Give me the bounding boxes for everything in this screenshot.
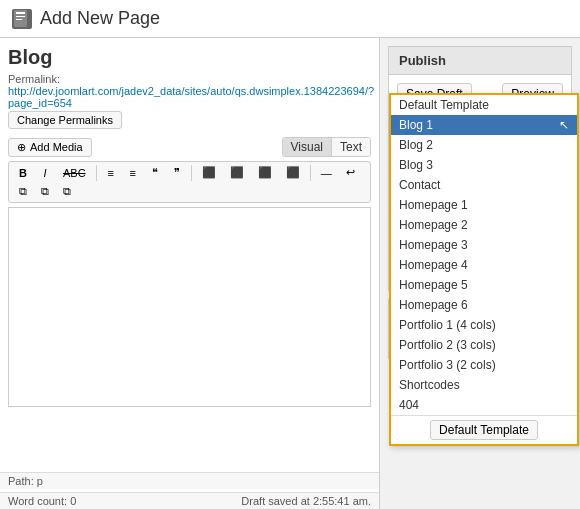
tab-text[interactable]: Text [332,138,370,156]
publish-box-content: Save Draft Preview Status: Draft Edit Vi… [389,75,571,290]
format-undo[interactable]: ↩ [340,164,361,181]
format-ul[interactable]: ≡ [101,165,121,181]
format-strikethrough[interactable]: ABC [57,165,92,181]
word-count-row: Word count: 0 Draft saved at 2:55:41 am. [0,492,379,509]
format-divider-2 [191,165,192,181]
dropdown-item-404[interactable]: 404 [391,395,577,415]
editor-textarea[interactable] [8,207,371,407]
dropdown-item-homepage3[interactable]: Homepage 3 [391,235,577,255]
format-blockquote[interactable]: ❝ [145,164,165,181]
tab-visual[interactable]: Visual [283,138,332,156]
format-hr[interactable]: — [315,165,338,181]
format-table[interactable]: ⧉ [13,183,33,200]
dropdown-item-homepage4[interactable]: Homepage 4 [391,255,577,275]
editor-panel: Blog Permalink: http://dev.joomlart.com/… [0,38,380,509]
svg-rect-2 [16,16,25,17]
post-title-display: Blog [8,46,371,69]
template-dropdown-overlay: Default Template Blog 1 ↖ Blog 2 Blog 3 … [389,93,579,446]
path-row: Path: p [0,472,379,489]
format-align-right[interactable]: ⬛ [252,164,278,181]
format-align-left[interactable]: ⬛ [196,164,222,181]
right-panel: Publish Save Draft Preview Status: Draft… [380,38,580,509]
dropdown-item-shortcodes[interactable]: Shortcodes [391,375,577,395]
format-toolbar: B I ABC ≡ ≡ ❝ ❞ ⬛ ⬛ ⬛ ⬛ — ↩ ⧉ ⧉ ⧉ [8,161,371,203]
format-ol[interactable]: ≡ [123,165,143,181]
view-tabs: Visual Text [282,137,371,157]
draft-saved-label: Draft saved at 2:55:41 am. [241,495,371,507]
publish-box: Publish Save Draft Preview Status: Draft… [388,46,572,291]
add-media-button[interactable]: ⊕ Add Media [8,138,92,157]
path-label: Path: p [8,475,43,487]
format-blockquote2[interactable]: ❞ [167,164,187,181]
word-count-label: Word count: 0 [8,495,76,507]
dropdown-item-blog2[interactable]: Blog 2 [391,135,577,155]
svg-rect-1 [16,12,25,14]
add-media-label: Add Media [30,141,83,153]
format-divider-3 [310,165,311,181]
publish-box-title: Publish [389,47,571,75]
dropdown-item-homepage5[interactable]: Homepage 5 [391,275,577,295]
format-image[interactable]: ⧉ [35,183,55,200]
page-icon [12,9,32,29]
format-bold[interactable]: B [13,165,33,181]
toolbar-row: ⊕ Add Media Visual Text [8,137,371,157]
svg-rect-3 [16,19,22,20]
dropdown-item-homepage1[interactable]: Homepage 1 [391,195,577,215]
dropdown-item-portfolio1[interactable]: Portfolio 1 (4 cols) [391,315,577,335]
dropdown-item-contact[interactable]: Contact [391,175,577,195]
format-more[interactable]: ⧉ [57,183,77,200]
format-italic[interactable]: I [35,165,55,181]
cursor-icon: ↖ [559,118,569,132]
dropdown-item-portfolio2[interactable]: Portfolio 2 (3 cols) [391,335,577,355]
dropdown-item-blog3[interactable]: Blog 3 [391,155,577,175]
dropdown-item-homepage2[interactable]: Homepage 2 [391,215,577,235]
dropdown-item-default[interactable]: Default Template [391,95,577,115]
permalink-label: Permalink: [8,73,60,85]
page-title: Add New Page [40,8,160,29]
format-align-center[interactable]: ⬛ [224,164,250,181]
format-divider-1 [96,165,97,181]
dropdown-item-portfolio3[interactable]: Portfolio 3 (2 cols) [391,355,577,375]
page-header: Add New Page [0,0,580,38]
dropdown-footer: Default Template [391,415,577,444]
dropdown-item-blog1[interactable]: Blog 1 ↖ [391,115,577,135]
change-permalinks-button[interactable]: Change Permalinks [8,111,122,129]
permalink-url[interactable]: http://dev.joomlart.com/jadev2_data/site… [8,85,374,109]
dropdown-item-homepage6[interactable]: Homepage 6 [391,295,577,315]
add-media-icon: ⊕ [17,141,26,154]
dropdown-footer-button[interactable]: Default Template [430,420,538,440]
format-align-justify[interactable]: ⬛ [280,164,306,181]
main-container: Blog Permalink: http://dev.joomlart.com/… [0,38,580,509]
template-container: Default Template Default Template Blog 1… [397,153,563,167]
permalink-row: Permalink: http://dev.joomlart.com/jadev… [8,73,371,109]
